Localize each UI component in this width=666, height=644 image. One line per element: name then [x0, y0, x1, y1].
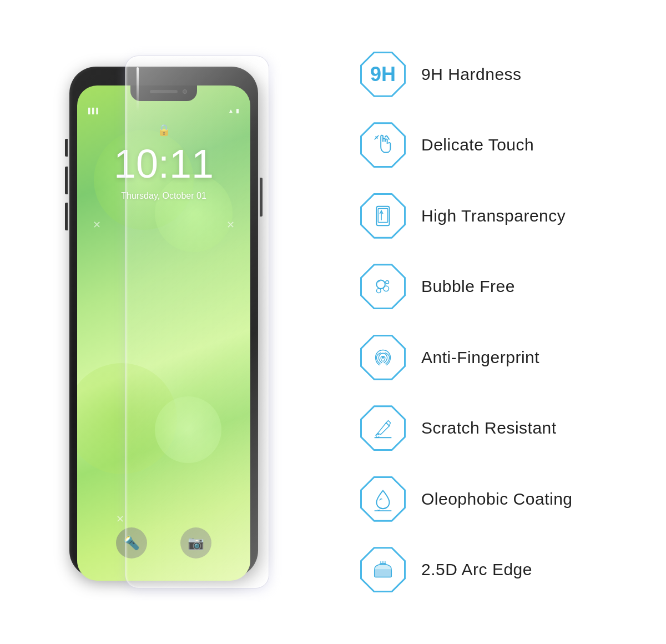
feature-arc: 2.5D Arc Edge — [358, 545, 652, 595]
octagon-inner-transparency — [362, 195, 404, 237]
phone-wrapper: ▌▌▌ ▲ ▮ 🔒 10:11 Thursday, October 01 ✕ — [69, 56, 280, 588]
silent-button — [65, 139, 68, 157]
touch-label: Delicate Touch — [421, 135, 534, 154]
glass-shine — [137, 67, 139, 112]
vol-up-button — [65, 167, 68, 194]
octagon-inner-hardness: 9H — [362, 53, 404, 95]
feature-oleophobic: Oleophobic Coating — [358, 474, 652, 524]
transparency-icon — [370, 203, 396, 229]
svg-point-6 — [386, 281, 389, 284]
svg-rect-10 — [375, 570, 392, 577]
feature-fingerprint: Anti-Fingerprint — [358, 333, 652, 383]
icon-container-touch — [358, 120, 408, 170]
bubble-label: Bubble Free — [421, 277, 515, 296]
octagon-inner-arc — [362, 549, 404, 591]
svg-point-7 — [382, 356, 384, 359]
fingerprint-icon — [370, 345, 396, 370]
oleophobic-icon — [370, 486, 396, 512]
fingerprint-label: Anti-Fingerprint — [421, 348, 539, 367]
deco-cross-3: ✕ — [116, 513, 124, 525]
touch-icon — [370, 132, 396, 158]
bubble-icon — [370, 274, 396, 299]
feature-touch: Delicate Touch — [358, 120, 652, 170]
vol-down-button — [65, 203, 68, 230]
arc-label: 2.5D Arc Edge — [421, 560, 532, 579]
feature-hardness: 9H 9H Hardness — [358, 49, 652, 99]
octagon-inner-bubble — [362, 265, 404, 308]
icon-container-arc — [358, 545, 408, 595]
feature-bubble: Bubble Free — [358, 261, 652, 311]
hardness-label: 9H Hardness — [421, 65, 522, 84]
svg-point-5 — [377, 289, 381, 293]
octagon-inner-scratch — [362, 407, 404, 449]
transparency-label: High Transparency — [421, 207, 566, 225]
octagon-inner-oleophobic — [362, 478, 404, 520]
icon-container-oleophobic — [358, 474, 408, 524]
icon-container-scratch — [358, 403, 408, 453]
icon-container-bubble — [358, 261, 408, 311]
octagon-inner-touch — [362, 124, 404, 166]
svg-rect-1 — [378, 208, 387, 222]
hardness-9h-label: 9H — [370, 63, 396, 86]
features-area: 9H 9H Hardness — [358, 28, 652, 616]
oleophobic-label: Oleophobic Coating — [421, 490, 573, 509]
icon-container-fingerprint — [358, 333, 408, 383]
scratch-icon — [370, 415, 396, 441]
feature-transparency: High Transparency — [358, 191, 652, 241]
phone-area: ▌▌▌ ▲ ▮ 🔒 10:11 Thursday, October 01 ✕ — [14, 28, 336, 616]
octagon-inner-fingerprint — [362, 336, 404, 379]
glass-protector — [125, 56, 269, 588]
svg-point-4 — [384, 286, 389, 291]
main-container: ▌▌▌ ▲ ▮ 🔒 10:11 Thursday, October 01 ✕ — [14, 17, 652, 627]
icon-container-transparency — [358, 191, 408, 241]
arc-icon — [370, 557, 396, 582]
icon-container-hardness: 9H — [358, 49, 408, 99]
signal-icon: ▌▌▌ — [88, 108, 100, 114]
feature-scratch: Scratch Resistant — [358, 403, 652, 453]
deco-cross-1: ✕ — [93, 219, 101, 231]
scratch-label: Scratch Resistant — [421, 419, 557, 437]
